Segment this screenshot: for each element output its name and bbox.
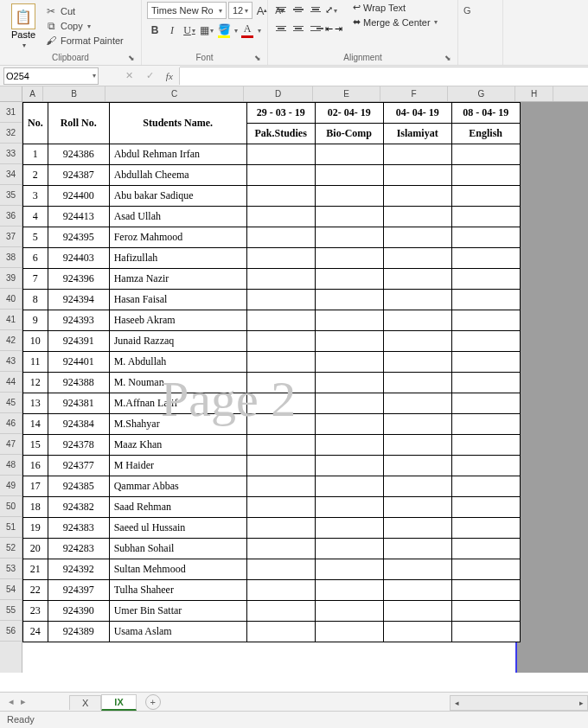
- cell-no[interactable]: 18: [23, 497, 48, 518]
- cell-blank[interactable]: [451, 310, 520, 331]
- th-date-4[interactable]: 08 - 04- 19: [451, 103, 520, 124]
- col-header-e[interactable]: E: [313, 86, 380, 101]
- cell-roll[interactable]: 924377: [48, 456, 109, 476]
- cell-blank[interactable]: [383, 186, 451, 207]
- cell-no[interactable]: 19: [23, 518, 48, 539]
- cell-roll[interactable]: 924413: [48, 207, 109, 227]
- cell-blank[interactable]: [246, 456, 315, 476]
- cell-blank[interactable]: [315, 248, 383, 269]
- cell-blank[interactable]: [315, 414, 383, 435]
- cell-no[interactable]: 14: [23, 414, 48, 435]
- row-header[interactable]: 48: [0, 455, 22, 476]
- align-left-button[interactable]: [273, 21, 289, 36]
- cell-name[interactable]: Feroz Mahmood: [109, 227, 246, 248]
- cell-name[interactable]: Subhan Sohail: [109, 539, 246, 559]
- font-name-select[interactable]: Times New Ro▾: [147, 2, 227, 19]
- cell-blank[interactable]: [451, 331, 520, 352]
- cell-roll[interactable]: 924283: [48, 539, 109, 559]
- cell-blank[interactable]: [383, 580, 451, 601]
- row-header[interactable]: 43: [0, 351, 22, 372]
- increase-indent-button[interactable]: ⇥: [335, 23, 342, 35]
- cell-no[interactable]: 3: [23, 186, 48, 207]
- cell-roll[interactable]: 924393: [48, 310, 109, 331]
- tab-nav-next-icon[interactable]: ▸: [21, 696, 26, 707]
- cell-blank[interactable]: [315, 310, 383, 331]
- cell-blank[interactable]: [315, 352, 383, 373]
- cell-blank[interactable]: [246, 539, 315, 559]
- cell-blank[interactable]: [383, 539, 451, 559]
- underline-button[interactable]: U▾: [182, 22, 197, 38]
- cell-blank[interactable]: [246, 207, 315, 227]
- cell-blank[interactable]: [383, 207, 451, 227]
- cell-blank[interactable]: [315, 435, 383, 456]
- row-header[interactable]: 40: [0, 289, 22, 310]
- cell-blank[interactable]: [246, 331, 315, 352]
- orientation-button[interactable]: ⤢▾: [325, 4, 337, 16]
- cell-blank[interactable]: [315, 373, 383, 393]
- cell-no[interactable]: 2: [23, 165, 48, 186]
- row-header[interactable]: 53: [0, 559, 22, 579]
- cell-no[interactable]: 10: [23, 331, 48, 352]
- sheet-tab-ix[interactable]: IX: [101, 694, 136, 711]
- cell-no[interactable]: 21: [23, 559, 48, 580]
- cell-roll[interactable]: 924392: [48, 559, 109, 580]
- paste-button[interactable]: 📋 Paste ▾: [5, 2, 42, 49]
- cell-blank[interactable]: [383, 393, 451, 414]
- align-center-button[interactable]: [291, 21, 306, 36]
- cell-name[interactable]: Tulha Shaheer: [109, 580, 246, 601]
- sheet-tab-x[interactable]: X: [69, 695, 101, 710]
- cell-blank[interactable]: [451, 580, 520, 601]
- cell-blank[interactable]: [246, 518, 315, 539]
- cell-blank[interactable]: [315, 456, 383, 476]
- cell-name[interactable]: Haseeb Akram: [109, 310, 246, 331]
- cell-blank[interactable]: [451, 165, 520, 186]
- horizontal-scrollbar[interactable]: ◂▸: [450, 695, 588, 711]
- cell-name[interactable]: Abu bakar Sadique: [109, 186, 246, 207]
- cell-name[interactable]: Saeed ul Hussain: [109, 518, 246, 539]
- alignment-launcher-icon[interactable]: ⬊: [444, 54, 452, 62]
- cell-blank[interactable]: [246, 186, 315, 207]
- row-header[interactable]: 34: [0, 164, 22, 185]
- cell-blank[interactable]: [451, 227, 520, 248]
- borders-button[interactable]: ▦▾: [199, 22, 214, 38]
- cell-name[interactable]: Usama Aslam: [109, 622, 246, 642]
- cell-no[interactable]: 7: [23, 269, 48, 290]
- cell-roll[interactable]: 924388: [48, 373, 109, 393]
- decrease-indent-button[interactable]: ⇤: [325, 23, 333, 35]
- th-subj-3[interactable]: Islamiyat: [383, 124, 451, 144]
- cell-name[interactable]: M.Shahyar: [109, 414, 246, 435]
- cell-blank[interactable]: [246, 559, 315, 580]
- select-all-corner[interactable]: [0, 86, 22, 101]
- tab-nav-prev-icon[interactable]: ◂: [9, 696, 14, 707]
- cell-blank[interactable]: [315, 601, 383, 622]
- cell-no[interactable]: 17: [23, 476, 48, 497]
- row-header[interactable]: 32: [0, 123, 22, 144]
- row-header[interactable]: 42: [0, 330, 22, 351]
- cells-area[interactable]: Page 2 No. Roll No. Students Name. 29 - …: [22, 102, 588, 673]
- cell-no[interactable]: 9: [23, 310, 48, 331]
- cell-roll[interactable]: 924401: [48, 352, 109, 373]
- cell-name[interactable]: Hafizullah: [109, 248, 246, 269]
- cell-blank[interactable]: [315, 476, 383, 497]
- th-roll[interactable]: Roll No.: [48, 103, 109, 144]
- cell-roll[interactable]: 924383: [48, 518, 109, 539]
- cell-roll[interactable]: 924386: [48, 144, 109, 165]
- row-header[interactable]: 55: [0, 600, 22, 621]
- cell-blank[interactable]: [246, 580, 315, 601]
- cell-roll[interactable]: 924384: [48, 414, 109, 435]
- cell-roll[interactable]: 924403: [48, 248, 109, 269]
- cell-blank[interactable]: [246, 601, 315, 622]
- row-header[interactable]: 38: [0, 247, 22, 268]
- th-date-1[interactable]: 29 - 03 - 19: [246, 103, 315, 124]
- cell-no[interactable]: 11: [23, 352, 48, 373]
- cell-no[interactable]: 23: [23, 601, 48, 622]
- cell-blank[interactable]: [315, 165, 383, 186]
- row-header[interactable]: 46: [0, 413, 22, 434]
- cell-roll[interactable]: 924396: [48, 269, 109, 290]
- cell-blank[interactable]: [246, 227, 315, 248]
- cell-blank[interactable]: [383, 248, 451, 269]
- cell-name[interactable]: Junaid Razzaq: [109, 331, 246, 352]
- cell-roll[interactable]: 924385: [48, 476, 109, 497]
- col-header-g[interactable]: G: [448, 86, 515, 101]
- row-header[interactable]: 49: [0, 476, 22, 496]
